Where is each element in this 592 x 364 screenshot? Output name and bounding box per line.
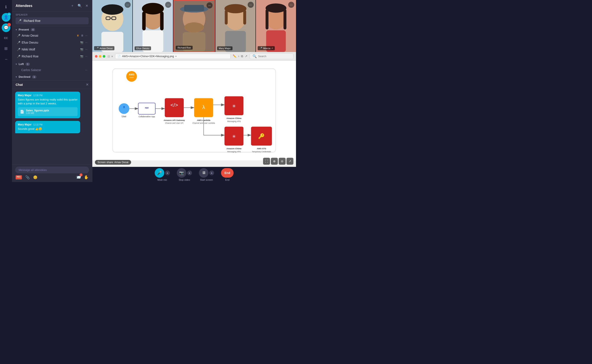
stop-video-row: 📷 ▲ <box>177 168 192 178</box>
grid-button[interactable]: ⊞ <box>2 44 10 53</box>
video-more-button[interactable]: ··· <box>125 2 131 8</box>
attendee-actions: ♛ 🖥 ··· <box>77 34 87 37</box>
search-icon: 🔍 <box>78 4 82 8</box>
hand-raise-icon[interactable]: ✋ <box>84 175 89 180</box>
search-icon: 🔍 <box>253 54 257 58</box>
message-header: Mary Major 12:08 PM <box>18 94 78 97</box>
video-more-button[interactable]: ··· <box>207 2 213 8</box>
cc-icon: CC <box>4 37 8 40</box>
stop-video-chevron[interactable]: ▲ <box>187 170 192 175</box>
svg-rect-24 <box>243 10 246 25</box>
video-tile-label-marcia: 🎤 Márcia ↗ <box>258 46 275 50</box>
mute-mic-chevron[interactable]: ▲ <box>165 170 170 175</box>
close-attendees-button[interactable]: ✕ <box>85 3 89 8</box>
more-icon: ··· <box>85 34 87 37</box>
list-item[interactable]: 🎤 Richard Roe 📷 ··· <box>16 53 89 60</box>
add-attendee-button[interactable]: ＋ <box>70 3 75 8</box>
chat-toolbar-left: REC 📎 😊 <box>16 175 38 179</box>
mute-mic-label: Mute mic <box>157 179 167 181</box>
svg-text:Collaboration App: Collaboration App <box>138 115 155 118</box>
declined-section-header[interactable]: ▾ Declined 1 <box>16 75 89 78</box>
message-header: Mary Major 12:10 PM <box>18 123 78 126</box>
attachment-button[interactable]: 📎 <box>25 175 30 179</box>
pencil-icon[interactable]: ✏️ <box>233 54 236 58</box>
chevron-right-icon[interactable]: › <box>238 54 239 58</box>
start-screen-label: Start screen <box>200 179 213 181</box>
zoom-in-button[interactable]: ⊕ <box>271 158 278 165</box>
avatar-badge: 4 <box>7 13 11 16</box>
share-icon[interactable]: ↗ <box>245 54 247 58</box>
chat-attachment[interactable]: 📄 Sales_figures.pptx 3.89 MB <box>18 107 78 116</box>
list-item[interactable]: 🎤 Efua Owusu 📷 ··· <box>16 39 89 46</box>
share-screen-button[interactable]: ↗ <box>286 158 293 165</box>
left-label: Left <box>19 62 24 66</box>
external-link-icon: ↗ <box>271 47 273 49</box>
avatar-button[interactable]: 👤 4 <box>2 13 10 22</box>
video-grid: ··· 🎤 Arnav Desai <box>92 0 296 52</box>
list-item[interactable]: 🎤 Arnav Desai ♛ 🖥 ··· <box>16 32 89 39</box>
chat-close-button[interactable]: ✕ <box>86 83 89 87</box>
chat-toolbar: REC 📎 😊 📨 2 ✋ <box>15 173 89 180</box>
attendee-name: Richard Roe <box>22 55 80 58</box>
zoom-out-button[interactable]: ⊖ <box>279 158 286 165</box>
cc-button[interactable]: CC <box>2 34 10 42</box>
attachment-filename: Sales_figures.pptx <box>26 109 49 112</box>
video-more-button[interactable]: ··· <box>288 2 294 8</box>
chat-title: Chat <box>16 83 23 86</box>
video-tile-label-arnav: 🎤 Arnav Desai <box>94 46 114 50</box>
chat-message-wrapper: Mary Major 12:10 PM Sounds good 👍😊 ··· <box>15 121 89 133</box>
declined-section: ▾ Declined 1 <box>12 74 92 80</box>
left-section-header[interactable]: ▾ Left 1 <box>16 62 89 66</box>
svg-text:λ: λ <box>202 104 205 110</box>
video-tile-label-efua: Efua Owusu <box>135 46 151 50</box>
close-window-button[interactable] <box>95 55 98 58</box>
search-attendee-button[interactable]: 🔍 <box>77 3 82 8</box>
attendee-actions: 📷 ··· <box>80 55 87 58</box>
end-button[interactable]: End <box>221 168 234 178</box>
left-chevron-icon: ▾ <box>16 63 17 66</box>
svg-text:cloud: cloud <box>130 77 134 78</box>
attendee-name: Arnav Desai <box>22 34 77 37</box>
sidebar-toggle-icon[interactable]: ⊟ <box>107 55 110 58</box>
mute-mic-button[interactable]: 🎤 <box>155 168 164 178</box>
chevron-down-small-icon: ▾ <box>175 55 177 58</box>
chevron-down-icon[interactable]: ▾ <box>111 55 113 58</box>
camera-icon: 📷 <box>80 55 84 58</box>
copy-icon[interactable]: ⧉ <box>241 54 243 58</box>
present-section: ▾ Present 4 🎤 Arnav Desai ♛ 🖥 ··· 🎤 Efua… <box>12 26 92 62</box>
svg-text:✳: ✳ <box>232 104 236 109</box>
svg-text:AWS: AWS <box>129 73 134 76</box>
list-item[interactable]: Carlos Salazar ··· <box>16 66 89 73</box>
list-item[interactable]: 🎤 Nikki Wolf 📷 ··· <box>16 46 89 53</box>
zoom-controls: ⛶ ⊕ ⊖ ↗ <box>263 158 293 165</box>
svg-text:User: User <box>122 115 127 118</box>
info-button[interactable]: ℹ <box>2 3 10 11</box>
attendees-title: Attendees <box>16 4 32 8</box>
chat-input[interactable] <box>15 167 89 173</box>
video-more-button[interactable]: ··· <box>248 2 254 8</box>
camera-icon: 📷 <box>80 48 84 51</box>
speaker-item: 🎤 Richard Roe <box>16 17 89 24</box>
stop-video-button[interactable]: 📷 <box>177 168 186 178</box>
svg-text:Amazon Chime: Amazon Chime <box>227 147 242 150</box>
chat-badge <box>7 23 11 26</box>
send-button-wrapper: 📨 2 <box>76 175 81 180</box>
minimize-window-button[interactable] <box>99 55 101 58</box>
present-section-header[interactable]: ▾ Present 4 <box>16 28 89 31</box>
emoji-button[interactable]: 😊 <box>33 175 38 179</box>
chat-sidebar-button[interactable]: 💬 <box>2 23 10 32</box>
chat-header: Chat ✕ <box>12 80 92 89</box>
browser-address-bar[interactable]: 📄 AWS+Amazon+Chime+SDK+Messaging.png ▾ <box>115 54 231 59</box>
maximize-window-button[interactable] <box>103 55 105 58</box>
start-screen-button[interactable]: 🖥 <box>199 168 208 178</box>
left-actions: ··· <box>85 68 87 72</box>
chat-message-bubble: Mary Major 12:08 PM Sales figures are lo… <box>15 92 80 118</box>
search-input[interactable] <box>258 55 291 58</box>
svg-point-32 <box>126 71 137 82</box>
more-sidebar-button[interactable]: ··· <box>2 55 10 63</box>
window-controls: ⊟ ▾ <box>107 55 113 58</box>
fullscreen-button[interactable]: ⛶ <box>263 158 270 165</box>
start-screen-chevron[interactable]: ▲ <box>209 170 214 175</box>
svg-text:Messaging APIs: Messaging APIs <box>227 151 241 153</box>
video-tile-marcia: ··· 🎤 Márcia ↗ <box>256 0 296 52</box>
